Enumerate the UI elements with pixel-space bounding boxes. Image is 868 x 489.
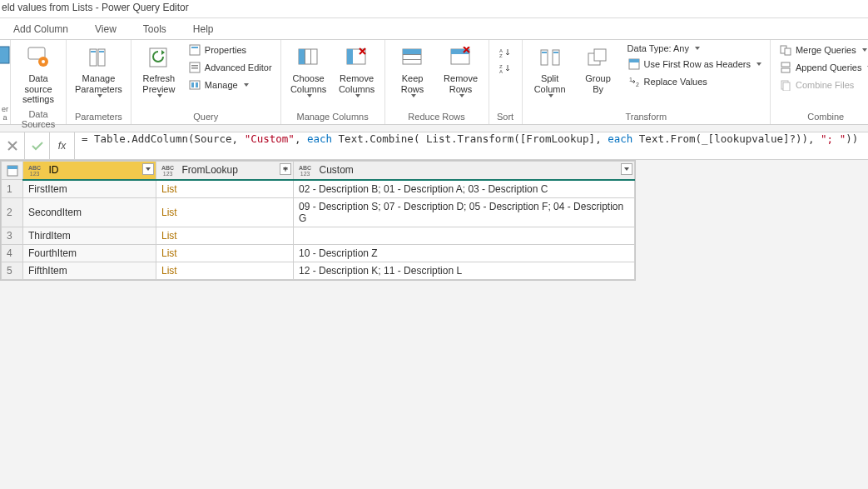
column-header-fromlookup[interactable]: ABC123 FromLookup <box>156 162 294 180</box>
append-queries-button[interactable]: Append Queries <box>776 59 868 76</box>
remove-rows-button[interactable]: Remove Rows <box>439 42 484 100</box>
any-type-icon: ABC123 <box>161 165 174 177</box>
formula-confirm-button[interactable] <box>25 132 50 159</box>
cell-id[interactable]: SecondItem <box>23 197 156 227</box>
svg-rect-12 <box>191 65 198 67</box>
any-type-icon: ABC123 <box>28 165 41 177</box>
svg-rect-22 <box>347 49 353 64</box>
column-header-id-label: ID <box>49 164 59 176</box>
svg-rect-19 <box>305 49 305 64</box>
manage-parameters-button[interactable]: Manage Parameters <box>72 42 126 100</box>
manage-parameters-icon <box>85 44 112 71</box>
advanced-editor-button[interactable]: Advanced Editor <box>185 59 275 76</box>
cell-id[interactable]: ThirdItem <box>23 227 156 244</box>
svg-rect-10 <box>191 47 198 48</box>
row-header[interactable]: 1 <box>2 180 23 198</box>
combine-files-button[interactable]: Combine Files <box>776 77 868 93</box>
cell-custom[interactable]: 10 - Description Z <box>294 244 635 262</box>
data-type-button[interactable]: Data Type: Any <box>624 42 765 55</box>
tab-add-column[interactable]: Add Column <box>0 18 82 40</box>
remove-columns-button[interactable]: Remove Columns <box>335 42 379 100</box>
combine-files-icon <box>779 78 792 92</box>
column-filter-custom[interactable] <box>621 163 632 175</box>
svg-text:A: A <box>499 69 503 73</box>
tab-view[interactable]: View <box>82 18 130 40</box>
svg-rect-36 <box>553 52 558 53</box>
manage-icon <box>188 78 201 92</box>
row-header[interactable]: 3 <box>2 227 23 244</box>
first-row-headers-button[interactable]: Use First Row as Headers <box>624 56 765 72</box>
remove-columns-label: Remove Columns <box>339 73 374 94</box>
manage-button[interactable]: Manage <box>185 77 275 93</box>
keep-rows-button[interactable]: Keep Rows <box>390 42 435 100</box>
cell-custom[interactable]: 09 - Description S; 07 - Description D; … <box>294 197 635 227</box>
formula-string: "Custom" <box>245 132 295 145</box>
column-header-custom[interactable]: ABC123 Custom <box>294 162 635 180</box>
merge-queries-icon <box>779 43 792 57</box>
svg-rect-38 <box>594 49 606 61</box>
replace-values-label: Replace Values <box>644 77 707 87</box>
combine-files-label: Combine Files <box>796 80 854 90</box>
properties-button[interactable]: Properties <box>185 42 275 58</box>
manage-parameters-label: Manage Parameters <box>75 73 122 94</box>
svg-rect-48 <box>783 82 790 91</box>
cell-id[interactable]: FourthItem <box>23 244 156 262</box>
svg-text:2: 2 <box>636 82 639 87</box>
column-expand-fromlookup[interactable] <box>280 163 291 175</box>
column-header-id[interactable]: ABC123 ID <box>23 162 156 180</box>
first-row-headers-label: Use First Row as Headers <box>644 59 751 69</box>
group-label-transform: Transform <box>528 110 765 124</box>
svg-rect-18 <box>299 49 305 64</box>
row-header[interactable]: 2 <box>2 197 23 227</box>
advanced-editor-icon <box>188 61 201 74</box>
cell-custom[interactable]: 02 - Description B; 01 - Description A; … <box>294 180 635 198</box>
data-source-settings-button[interactable]: Data source settings <box>16 42 61 107</box>
formula-keyword: each <box>307 132 332 145</box>
close-apply-button[interactable] <box>1 42 9 76</box>
group-label-reduce-rows: Reduce Rows <box>390 110 484 124</box>
sort-desc-icon: ZA <box>498 62 512 75</box>
cell-id[interactable]: FirstItem <box>23 180 156 198</box>
sort-desc-button[interactable]: ZA <box>496 61 514 76</box>
cell-custom[interactable] <box>294 227 635 244</box>
choose-columns-button[interactable]: Choose Columns <box>286 42 331 100</box>
group-label-query: Query <box>136 110 275 124</box>
data-grid: ABC123 ID ABC123 FromLookup ABC123 Custo… <box>0 160 636 281</box>
properties-icon <box>188 43 201 57</box>
formula-cancel-button[interactable] <box>0 132 25 159</box>
formula-text: = Table.AddColumn(Source, <box>82 132 245 145</box>
svg-rect-25 <box>403 54 421 55</box>
replace-values-button[interactable]: 12 Replace Values <box>624 73 765 90</box>
row-header[interactable]: 4 <box>2 244 23 262</box>
grid-corner[interactable] <box>2 162 23 180</box>
svg-rect-7 <box>99 51 104 52</box>
group-label-manage-columns: Manage Columns <box>286 110 379 124</box>
split-column-button[interactable]: Split Column <box>528 42 573 100</box>
cell-id[interactable]: FifthItem <box>23 262 156 279</box>
group-label-parameters: Parameters <box>72 110 126 124</box>
cell-fromlookup[interactable]: List <box>156 244 294 262</box>
tab-tools[interactable]: Tools <box>130 18 180 40</box>
cell-custom[interactable]: 12 - Description K; 11 - Description L <box>294 262 635 279</box>
tab-help[interactable]: Help <box>180 18 227 40</box>
row-header[interactable]: 5 <box>2 262 23 279</box>
formula-bar: fx = Table.AddColumn(Source, "Custom", e… <box>0 132 868 160</box>
sort-asc-button[interactable]: AZ <box>496 45 514 60</box>
formula-input[interactable]: = Table.AddColumn(Source, "Custom", each… <box>75 132 868 159</box>
column-filter-id[interactable] <box>142 163 154 175</box>
refresh-preview-button[interactable]: Refresh Preview <box>136 42 181 100</box>
choose-columns-label: Choose Columns <box>290 73 326 94</box>
cell-fromlookup[interactable]: List <box>156 180 294 198</box>
append-queries-icon <box>779 61 792 74</box>
svg-rect-0 <box>0 47 9 63</box>
cell-fromlookup[interactable]: List <box>156 227 294 244</box>
split-column-icon <box>537 44 563 71</box>
column-header-custom-label: Custom <box>320 164 354 176</box>
refresh-icon <box>146 44 172 71</box>
cell-fromlookup[interactable]: List <box>156 262 294 279</box>
merge-queries-button[interactable]: Merge Queries <box>776 42 868 58</box>
group-by-icon <box>585 44 612 71</box>
svg-point-3 <box>42 60 45 63</box>
group-by-button[interactable]: Group By <box>576 42 621 97</box>
cell-fromlookup[interactable]: List <box>156 197 294 227</box>
